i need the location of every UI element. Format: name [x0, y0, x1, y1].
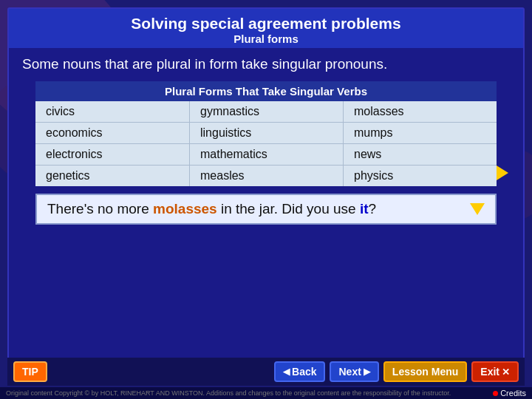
example-sentence: There's no more molasses in the jar. Did… — [35, 194, 497, 225]
nav-buttons: ◀ Back Next ▶ Lesson Menu Exit ✕ — [274, 361, 519, 382]
table-cell: electronics — [35, 144, 189, 165]
intro-text: Some nouns that are plural in form take … — [22, 55, 510, 74]
table-cell: genetics — [35, 166, 189, 186]
sub-title: Plural forms — [9, 33, 523, 45]
highlight-molasses: molasses — [153, 201, 217, 216]
main-title: Solving special agreement problems — [9, 15, 523, 33]
table-row: electronics mathematics news — [35, 144, 497, 166]
sentence-text: There's no more molasses in the jar. Did… — [47, 201, 376, 217]
lesson-menu-button[interactable]: Lesson Menu — [383, 361, 467, 382]
sentence-before: There's no more — [47, 201, 153, 216]
copyright-text: Original content Copyright © by HOLT, RI… — [6, 389, 451, 397]
red-dot-icon — [493, 391, 498, 396]
table-cell: linguistics — [189, 123, 343, 143]
exit-x-icon: ✕ — [502, 366, 510, 378]
credits-link[interactable]: Credits — [500, 389, 526, 398]
title-bar: Solving special agreement problems Plura… — [9, 9, 523, 48]
table-arrow-icon — [497, 166, 508, 180]
highlight-it: it — [360, 201, 369, 216]
plural-forms-table: Plural Forms That Take Singular Verbs ci… — [35, 81, 497, 186]
table-cell: mathematics — [189, 144, 343, 165]
sentence-after: ? — [369, 201, 377, 216]
credits-area[interactable]: Credits — [493, 389, 526, 398]
sentence-middle: in the jar. Did you use — [217, 201, 360, 216]
table-cell: news — [343, 144, 497, 165]
table-cell: molasses — [343, 101, 497, 122]
back-chevron-icon: ◀ — [283, 366, 290, 377]
copyright-bar: Original content Copyright © by HOLT, RI… — [0, 387, 532, 399]
table-cell: economics — [35, 123, 189, 143]
table-row: genetics measles physics — [35, 166, 497, 186]
sentence-arrow-icon — [470, 203, 485, 215]
table-cell: gymnastics — [189, 101, 343, 122]
table-cell: measles — [189, 166, 343, 186]
exit-button[interactable]: Exit ✕ — [471, 361, 519, 382]
table-row: economics linguistics mumps — [35, 123, 497, 144]
nav-bar: TIP ◀ Back Next ▶ Lesson Menu Exit ✕ — [7, 358, 525, 386]
table-row: civics gymnastics molasses — [35, 101, 497, 123]
table-header: Plural Forms That Take Singular Verbs — [35, 81, 497, 101]
next-button[interactable]: Next ▶ — [330, 361, 378, 382]
back-button[interactable]: ◀ Back — [274, 361, 325, 382]
tip-badge: TIP — [13, 361, 47, 382]
table-cell: physics — [343, 166, 497, 186]
table-cell: mumps — [343, 123, 497, 143]
table-cell: civics — [35, 101, 189, 122]
next-chevron-icon: ▶ — [364, 366, 370, 377]
